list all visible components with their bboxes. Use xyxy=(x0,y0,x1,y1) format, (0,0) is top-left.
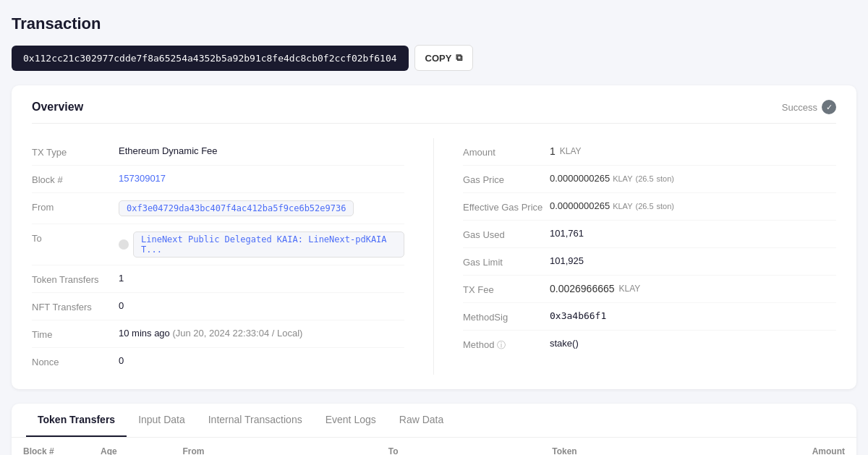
field-tx-type: TX Type Ethereum Dynamic Fee xyxy=(32,138,404,166)
tab-internal-transactions[interactable]: Internal Transactions xyxy=(197,404,314,437)
value-gas-used: 101,761 xyxy=(550,228,584,239)
value-nft-transfers: 0 xyxy=(119,300,124,311)
label-nft-transfers: NFT Transfers xyxy=(32,300,119,312)
eff-gas-price-unit2: (26.5 xyxy=(635,202,653,211)
overview-right: Amount 1 KLAY Gas Price 0.0000000265 KLA… xyxy=(434,138,836,375)
col-age: Age xyxy=(89,438,171,455)
field-token-transfers: Token Transfers 1 xyxy=(32,265,404,293)
field-methodsig: MethodSig 0x3a4b66f1 xyxy=(463,303,836,331)
overview-title: Overview xyxy=(32,101,83,114)
value-amount: 1 KLAY xyxy=(550,145,582,157)
field-gas-limit: Gas Limit 101,925 xyxy=(463,248,836,276)
label-to: To xyxy=(32,231,119,244)
value-method: stake() xyxy=(550,338,579,349)
value-gas-limit: 101,925 xyxy=(550,255,584,266)
tab-token-transfers[interactable]: Token Transfers xyxy=(26,404,127,437)
label-token-transfers: Token Transfers xyxy=(32,273,119,285)
status-badge: Success ✓ xyxy=(782,100,836,114)
tab-input-data[interactable]: Input Data xyxy=(127,404,197,437)
field-nft-transfers: NFT Transfers 0 xyxy=(32,293,404,320)
copy-icon: ⧉ xyxy=(456,52,462,64)
field-nonce: Nonce 0 xyxy=(32,348,404,375)
field-gas-used: Gas Used 101,761 xyxy=(463,221,836,248)
label-nonce: Nonce xyxy=(32,355,119,367)
transfers-table-container: Block # Age From To Token Amount 1573090… xyxy=(12,438,856,455)
field-gas-price: Gas Price 0.0000000265 KLAY (26.5 ston) xyxy=(463,166,836,193)
tabs-header: Token Transfers Input Data Internal Tran… xyxy=(12,404,856,438)
overview-card: Overview Success ✓ TX Type Ethereum Dyna… xyxy=(12,85,856,389)
field-time: Time 10 mins ago (Jun 20, 2024 22:33:04 … xyxy=(32,320,404,348)
col-arrow xyxy=(341,438,377,455)
label-gas-used: Gas Used xyxy=(463,228,550,240)
copy-label: COPY xyxy=(425,53,452,64)
label-block: Block # xyxy=(32,173,119,185)
col-from: From xyxy=(171,438,341,455)
field-from: From 0xf3e04729da43bc407f4ac412ba5f9ce6b… xyxy=(32,193,404,224)
value-from[interactable]: 0xf3e04729da43bc407f4ac412ba5f9ce6b52e97… xyxy=(119,200,354,216)
value-to[interactable]: LineNext Public Delegated KAIA: LineNext… xyxy=(133,231,404,258)
field-effective-gas-price: Effective Gas Price 0.0000000265 KLAY (2… xyxy=(463,193,836,221)
amount-unit: KLAY xyxy=(560,146,582,156)
tx-fee-value: 0.0026966665 xyxy=(550,283,615,294)
transfers-table: Block # Age From To Token Amount 1573090… xyxy=(12,438,856,455)
value-tx-type: Ethereum Dynamic Fee xyxy=(119,145,218,156)
value-block[interactable]: 157309017 xyxy=(119,173,166,184)
table-header-row: Block # Age From To Token Amount xyxy=(12,438,856,455)
value-methodsig: 0x3a4b66f1 xyxy=(550,310,606,321)
label-gas-limit: Gas Limit xyxy=(463,255,550,268)
gas-price-unit3: ston) xyxy=(657,174,674,183)
method-info-icon: ⓘ xyxy=(497,340,506,350)
status-text: Success xyxy=(782,102,817,113)
tx-fee-unit: KLAY xyxy=(619,284,641,294)
field-amount: Amount 1 KLAY xyxy=(463,138,836,166)
tabs-container: Token Transfers Input Data Internal Tran… xyxy=(12,404,856,455)
gas-price-value: 0.0000000265 xyxy=(550,173,610,184)
field-tx-fee: TX Fee 0.0026966665 KLAY xyxy=(463,276,836,303)
field-method: Method ⓘ stake() xyxy=(463,331,836,359)
value-tx-fee: 0.0026966665 KLAY xyxy=(550,283,640,294)
to-container: LineNext Public Delegated KAIA: LineNext… xyxy=(119,231,404,258)
transaction-hash: 0x112cc21c302977cdde7f8a65254a4352b5a92b… xyxy=(12,46,409,71)
field-to: To LineNext Public Delegated KAIA: LineN… xyxy=(32,224,404,265)
field-block: Block # 157309017 xyxy=(32,166,404,193)
label-from: From xyxy=(32,200,119,213)
label-tx-type: TX Type xyxy=(32,145,119,158)
to-dot-icon xyxy=(119,239,129,250)
label-methodsig: MethodSig xyxy=(463,310,550,323)
label-time: Time xyxy=(32,328,119,340)
overview-grid: TX Type Ethereum Dynamic Fee Block # 157… xyxy=(32,138,836,375)
amount-value: 1 xyxy=(550,145,556,157)
label-effective-gas-price: Effective Gas Price xyxy=(463,200,550,213)
copy-button[interactable]: COPY ⧉ xyxy=(414,45,474,71)
value-effective-gas-price: 0.0000000265 KLAY (26.5 ston) xyxy=(550,200,674,211)
col-token: Token xyxy=(540,438,698,455)
overview-left: TX Type Ethereum Dynamic Fee Block # 157… xyxy=(32,138,434,375)
value-time: 10 mins ago (Jun 20, 2024 22:33:04 / Loc… xyxy=(119,328,302,339)
tab-event-logs[interactable]: Event Logs xyxy=(314,404,388,437)
label-amount: Amount xyxy=(463,145,550,158)
eff-gas-price-unit1: KLAY xyxy=(613,202,632,211)
status-check-icon: ✓ xyxy=(822,100,836,114)
label-gas-price: Gas Price xyxy=(463,173,550,185)
page-title: Transaction xyxy=(12,14,856,33)
value-nonce: 0 xyxy=(119,355,124,366)
label-method: Method ⓘ xyxy=(463,338,550,352)
col-amount: Amount xyxy=(699,438,856,455)
gas-price-unit2: (26.5 xyxy=(635,174,653,183)
col-to: To xyxy=(377,438,541,455)
tab-raw-data[interactable]: Raw Data xyxy=(388,404,455,437)
gas-price-unit1: KLAY xyxy=(613,174,632,183)
value-gas-price: 0.0000000265 KLAY (26.5 ston) xyxy=(550,173,674,184)
overview-header: Overview Success ✓ xyxy=(32,100,836,124)
eff-gas-price-value: 0.0000000265 xyxy=(550,200,610,211)
label-tx-fee: TX Fee xyxy=(463,283,550,295)
col-block: Block # xyxy=(12,438,89,455)
eff-gas-price-unit3: ston) xyxy=(657,202,674,211)
hash-bar: 0x112cc21c302977cdde7f8a65254a4352b5a92b… xyxy=(12,45,856,71)
value-token-transfers: 1 xyxy=(119,273,124,284)
